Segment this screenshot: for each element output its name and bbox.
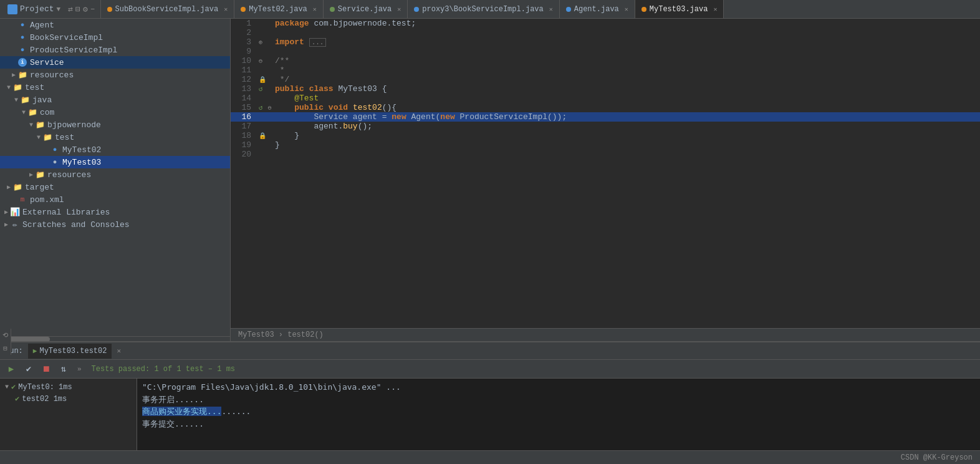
code-row-10: 10 ⊖ /**: [231, 56, 980, 65]
tab-close-icon4[interactable]: ✕: [549, 6, 553, 13]
file-blue-icon: ●: [17, 20, 27, 30]
sidebar-label-scratches: Scratches and Consoles: [22, 220, 130, 230]
gutter-12[interactable]: 🔒: [259, 75, 272, 84]
code-line-12[interactable]: */: [272, 75, 980, 84]
tab-dot-blue: [414, 7, 419, 12]
line-num-12: 12: [231, 75, 259, 84]
code-line-18[interactable]: }: [272, 131, 980, 140]
code-line-10[interactable]: /**: [272, 56, 980, 65]
sidebar-item-resources2[interactable]: ▶ 📁 resources: [0, 168, 230, 181]
sidebar-item-test-sub[interactable]: ▼ 📁 test: [0, 131, 230, 143]
tab-close-icon6[interactable]: ✕: [713, 6, 717, 13]
run-tab[interactable]: ▶ MyTest03.test02: [28, 344, 112, 359]
tab-close-icon[interactable]: ✕: [224, 6, 228, 13]
lock-icon-18: 🔒: [259, 133, 266, 140]
fold-icon-3[interactable]: ⊕: [259, 39, 262, 46]
sidebar-item-external-libraries[interactable]: ▶ 📊 External Libraries: [0, 206, 230, 218]
sidebar-scrollbar[interactable]: [0, 336, 230, 341]
console-output[interactable]: "C:\Program Files\Java\jdk1.8.0_101\bin\…: [137, 379, 980, 450]
file-blue-icon3: ●: [17, 45, 27, 55]
fold-icon-15[interactable]: ⊖: [267, 105, 271, 112]
tab-bookserviceimpl[interactable]: proxy3\BookServiceImpl.java ✕: [408, 0, 559, 18]
code-line-9[interactable]: [272, 47, 980, 56]
gutter-2: [259, 28, 272, 37]
sidebar-item-test-folder[interactable]: ▼ 📁 test: [0, 81, 230, 94]
tab-close-icon3[interactable]: ✕: [397, 6, 401, 13]
run-toolbar: ▶ ✔ ⏹ ⇅ » Tests passed: 1 of 1 test – 1 …: [0, 360, 980, 379]
gutter-10[interactable]: ⊖: [259, 56, 272, 65]
sidebar-item-pomxml[interactable]: m pom.xml: [0, 193, 230, 206]
code-line-1[interactable]: package com.bjpowernode.test;: [272, 19, 980, 28]
code-row-1: 1 package com.bjpowernode.test;: [231, 19, 980, 28]
tab-close-icon2[interactable]: ✕: [313, 6, 317, 13]
run-tab-close[interactable]: ✕: [117, 347, 121, 355]
layout-icon[interactable]: ⊟: [75, 4, 80, 14]
sidebar-item-bjpowernode[interactable]: ▼ 📁 bjpowernode: [0, 118, 230, 131]
sidebar-label-mytest03: MyTest03: [62, 158, 101, 167]
code-line-11[interactable]: *: [272, 65, 980, 75]
project-title[interactable]: Project: [20, 4, 54, 14]
tab-agent[interactable]: Agent.java ✕: [560, 0, 635, 18]
tab-close-icon5[interactable]: ✕: [625, 6, 628, 13]
gutter-3[interactable]: ⊕: [259, 37, 272, 47]
gutter-18[interactable]: 🔒: [259, 131, 272, 140]
line-num-19: 19: [231, 140, 259, 150]
line-num-2: 2: [231, 28, 259, 37]
file-blue-icon5: ●: [50, 157, 60, 167]
tab-subbookserviceimpl[interactable]: SubBookServiceImpl.java ✕: [101, 0, 235, 18]
code-line-3[interactable]: import ...: [272, 37, 980, 47]
run-sort-button[interactable]: ⇅: [57, 363, 70, 375]
code-line-17[interactable]: agent.buy();: [272, 122, 980, 131]
code-row-20: 20: [231, 150, 980, 159]
gutter-15[interactable]: ↺ ⊖: [259, 103, 272, 112]
tab-mytest02[interactable]: MyTest02.java ✕: [234, 0, 324, 18]
code-line-15[interactable]: public void test02(){: [272, 103, 980, 112]
editor-content[interactable]: 1 package com.bjpowernode.test; 2 3: [231, 19, 980, 328]
code-line-16[interactable]: Service agent = new Agent(new ProductSer…: [272, 112, 980, 122]
sidebar-item-service[interactable]: i Service: [0, 56, 230, 69]
fold-icon-10[interactable]: ⊖: [259, 58, 262, 65]
tab-label4: proxy3\BookServiceImpl.java: [422, 5, 543, 14]
sidebar-item-mytest03[interactable]: ● MyTest03: [0, 156, 230, 168]
sidebar-item-scratches[interactable]: ▶ ✏ Scratches and Consoles: [0, 218, 230, 231]
sidebar-item-mytest02[interactable]: ● MyTest02: [0, 143, 230, 156]
tab-service[interactable]: Service.java ✕: [324, 0, 408, 18]
code-line-13[interactable]: public class MyTest03 {: [272, 84, 980, 94]
sidebar-item-agent[interactable]: ● Agent: [0, 19, 230, 31]
sidebar-item-java[interactable]: ▼ 📁 java: [0, 94, 230, 106]
settings-icon[interactable]: ⚙: [83, 4, 88, 14]
chevron-down-icon[interactable]: ▼: [57, 6, 61, 13]
run-play-button[interactable]: ▶: [5, 363, 17, 375]
run-check-button[interactable]: ✔: [22, 363, 35, 375]
changed-arrow-icon-15[interactable]: ↺: [259, 104, 263, 112]
arrow-icon9: ▼: [27, 122, 35, 128]
sidebar-label-service: Service: [30, 58, 64, 67]
run-tree-root-label: MyTest0: 1ms: [18, 383, 72, 392]
minus-icon[interactable]: –: [90, 4, 95, 14]
gutter-19: [259, 140, 272, 150]
code-row-2: 2: [231, 28, 980, 37]
tab-dot-orange: [107, 7, 112, 12]
sidebar-item-target[interactable]: ▶ 📁 target: [0, 181, 230, 193]
sidebar-item-resources1[interactable]: ▶ 📁 resources: [0, 69, 230, 81]
code-line-20[interactable]: [272, 150, 980, 159]
tab-label3: Service.java: [338, 5, 392, 14]
code-line-19[interactable]: }: [272, 140, 980, 150]
code-line-2[interactable]: [272, 28, 980, 37]
run-stop-button[interactable]: ⏹: [40, 363, 52, 375]
maven-icon: m: [17, 195, 27, 205]
sidebar-item-bookserviceimpl[interactable]: ● BookServiceImpl: [0, 31, 230, 44]
sidebar-item-com[interactable]: ▼ 📁 com: [0, 106, 230, 118]
code-line-14[interactable]: @Test: [272, 94, 980, 103]
run-tree-root[interactable]: ▼ ✔ MyTest0: 1ms: [0, 381, 137, 393]
console-line-3: 商品购买业务实现.........: [142, 405, 975, 418]
folder-icon1: 📁: [17, 70, 27, 80]
folder-icon6: 📁: [42, 132, 52, 142]
sidebar-label-com: com: [40, 108, 54, 117]
sidebar-item-productserviceimpl[interactable]: ● ProductServiceImpl: [0, 44, 230, 56]
gutter-13[interactable]: ↺: [259, 84, 272, 94]
tab-mytest03[interactable]: MyTest03.java ✕: [635, 0, 724, 18]
arrow-icon5: ▶: [10, 71, 17, 79]
sync-icon[interactable]: ⇄: [68, 4, 73, 14]
run-tree-leaf[interactable]: ✔ test02 1ms: [0, 393, 137, 405]
